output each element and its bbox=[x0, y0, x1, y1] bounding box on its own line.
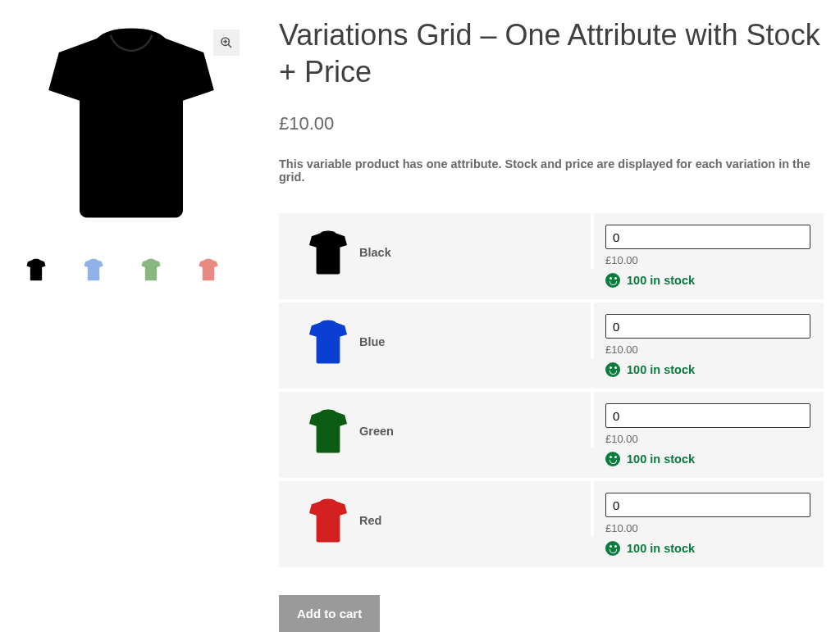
variations-grid: Black £10.00 100 in stock Blue £10.00 10… bbox=[279, 213, 824, 567]
svg-line-1 bbox=[228, 44, 231, 48]
product-description: This variable product has one attribute.… bbox=[279, 157, 824, 184]
variation-price: £10.00 bbox=[605, 343, 810, 356]
variation-price: £10.00 bbox=[605, 433, 810, 445]
variation-image bbox=[279, 481, 354, 560]
variation-label: Black bbox=[354, 213, 594, 269]
stock-text: 100 in stock bbox=[627, 452, 695, 466]
stock-status: 100 in stock bbox=[605, 452, 810, 466]
stock-status: 100 in stock bbox=[605, 273, 810, 288]
variation-image bbox=[279, 302, 354, 381]
stock-status: 100 in stock bbox=[605, 541, 810, 556]
variation-controls: £10.00 100 in stock bbox=[594, 481, 824, 567]
variation-image bbox=[279, 213, 354, 292]
variation-label: Blue bbox=[354, 302, 594, 358]
zoom-icon bbox=[220, 36, 233, 49]
smiley-icon bbox=[605, 273, 620, 288]
variation-row: Red £10.00 100 in stock bbox=[279, 481, 824, 567]
product-title: Variations Grid – One Attribute with Sto… bbox=[279, 16, 824, 90]
gallery-thumb-lightblue[interactable] bbox=[82, 256, 105, 284]
variation-image bbox=[279, 392, 354, 471]
variation-row: Black £10.00 100 in stock bbox=[279, 213, 824, 302]
stock-text: 100 in stock bbox=[627, 542, 695, 555]
stock-text: 100 in stock bbox=[627, 363, 695, 376]
product-price: £10.00 bbox=[279, 113, 824, 134]
smiley-icon bbox=[605, 452, 620, 466]
smiley-icon bbox=[605, 541, 620, 556]
stock-status: 100 in stock bbox=[605, 362, 810, 377]
variation-label: Green bbox=[354, 392, 594, 448]
quantity-input[interactable] bbox=[605, 403, 810, 428]
smiley-icon bbox=[605, 362, 620, 377]
product-main-image[interactable] bbox=[31, 16, 232, 230]
quantity-input[interactable] bbox=[605, 314, 810, 339]
variation-row: Blue £10.00 100 in stock bbox=[279, 302, 824, 392]
variation-controls: £10.00 100 in stock bbox=[594, 392, 824, 478]
variation-controls: £10.00 100 in stock bbox=[594, 302, 824, 389]
product-gallery bbox=[16, 16, 246, 632]
quantity-input[interactable] bbox=[605, 493, 810, 517]
variation-price: £10.00 bbox=[605, 254, 810, 266]
quantity-input[interactable] bbox=[605, 225, 810, 249]
stock-text: 100 in stock bbox=[627, 274, 695, 287]
zoom-button[interactable] bbox=[213, 30, 240, 56]
variation-controls: £10.00 100 in stock bbox=[594, 213, 824, 299]
gallery-thumb-black[interactable] bbox=[25, 256, 48, 284]
variation-price: £10.00 bbox=[605, 522, 810, 534]
gallery-thumb-salmon[interactable] bbox=[197, 256, 220, 284]
add-to-cart-button[interactable]: Add to cart bbox=[279, 595, 380, 632]
variation-label: Red bbox=[354, 481, 594, 537]
gallery-thumb-green[interactable] bbox=[139, 256, 162, 284]
variation-row: Green £10.00 100 in stock bbox=[279, 392, 824, 481]
